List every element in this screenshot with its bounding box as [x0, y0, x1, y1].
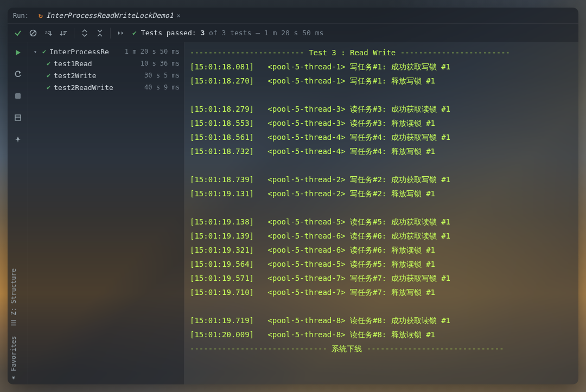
test-pass-icon: ✔ [47, 72, 50, 79]
svg-rect-3 [63, 31, 67, 32]
passed-count: 3 [200, 29, 205, 37]
test-tree[interactable]: ▾ ✔ InterProcessRe 1 m 20 s 50 ms ✔ test… [28, 42, 184, 384]
test-pass-icon: ✔ [42, 48, 46, 55]
test-method-name: test2Write [54, 72, 141, 80]
svg-rect-5 [63, 34, 65, 35]
total-count: 3 [222, 29, 226, 37]
separator [74, 28, 74, 38]
stop-button[interactable] [11, 89, 25, 103]
test-tree-item[interactable]: ✔ test2Write 30 s 5 ms [28, 69, 184, 81]
toolwindow-structure-tab[interactable]: ☰ Z: Structure [10, 268, 17, 326]
expand-all-button[interactable] [78, 26, 92, 40]
show-passed-button[interactable] [11, 26, 25, 40]
chevron-down-icon[interactable]: ▾ [34, 49, 39, 55]
test-method-name: test2ReadWrite [54, 83, 141, 92]
total-duration: 1 m 20 s 50 ms [264, 29, 324, 37]
test-class-time: 1 m 20 s 50 ms [125, 48, 180, 55]
svg-rect-4 [63, 33, 66, 34]
debug-rerun-button[interactable] [11, 67, 25, 81]
console-text: ------------------------- Test 3 : Read … [190, 46, 573, 356]
test-method-name: test1Read [54, 60, 137, 68]
run-label: Run: [13, 12, 29, 20]
test-tree-item[interactable]: ✔ test2ReadWrite 40 s 9 ms [28, 81, 184, 93]
show-ignored-button[interactable] [26, 26, 40, 40]
console-output[interactable]: ------------------------- Test 3 : Read … [184, 42, 578, 384]
svg-line-1 [31, 31, 35, 35]
svg-rect-10 [15, 93, 21, 99]
svg-marker-8 [16, 50, 21, 55]
run-config-tab[interactable]: ↻ InterProcessReadWriteLockDemo1 × [34, 9, 185, 22]
test-method-time: 40 s 9 ms [144, 83, 180, 91]
test-pass-icon: ✔ [47, 60, 50, 67]
collapse-all-button[interactable] [93, 26, 107, 40]
test-method-time: 10 s 36 ms [141, 60, 180, 67]
sort-duration-button[interactable] [56, 26, 71, 40]
layout-settings-button[interactable] [11, 111, 25, 125]
rerun-icon: ↻ [39, 11, 43, 20]
status-check-icon: ✔ [132, 29, 137, 37]
test-tree-item[interactable]: ✔ test1Read 10 s 36 ms [28, 57, 184, 69]
status-label: Tests passed: [141, 29, 196, 37]
svg-marker-6 [118, 31, 120, 35]
test-method-time: 30 s 5 ms [144, 72, 180, 79]
run-tool-window: Run: ↻ InterProcessReadWriteLockDemo1 × … [8, 8, 578, 384]
test-pass-icon: ✔ [47, 83, 50, 91]
pin-button[interactable] [11, 132, 25, 146]
sort-alpha-button[interactable]: az [41, 26, 55, 40]
more-options-button[interactable] [114, 26, 128, 40]
test-tree-root[interactable]: ▾ ✔ InterProcessRe 1 m 20 s 50 ms [28, 46, 184, 57]
left-toolwindow-tabs: ★ Favorites ☰ Z: Structure [10, 268, 17, 382]
test-status: ✔ Tests passed: 3 of 3 tests – 1 m 20 s … [132, 29, 323, 37]
run-titlebar: Run: ↻ InterProcessReadWriteLockDemo1 × [8, 8, 578, 24]
svg-rect-11 [15, 115, 21, 120]
test-toolbar: az ✔ Tests passed: 3 of 3 tests – 1 m 20… [8, 24, 578, 42]
toolwindow-favorites-tab[interactable]: ★ Favorites [10, 336, 17, 382]
run-config-name: InterProcessReadWriteLockDemo1 [46, 11, 174, 20]
run-button[interactable] [11, 46, 25, 60]
separator [110, 28, 111, 38]
close-tab-icon[interactable]: × [177, 12, 181, 20]
svg-marker-7 [122, 31, 123, 35]
test-class-name: InterProcessRe [49, 48, 122, 56]
